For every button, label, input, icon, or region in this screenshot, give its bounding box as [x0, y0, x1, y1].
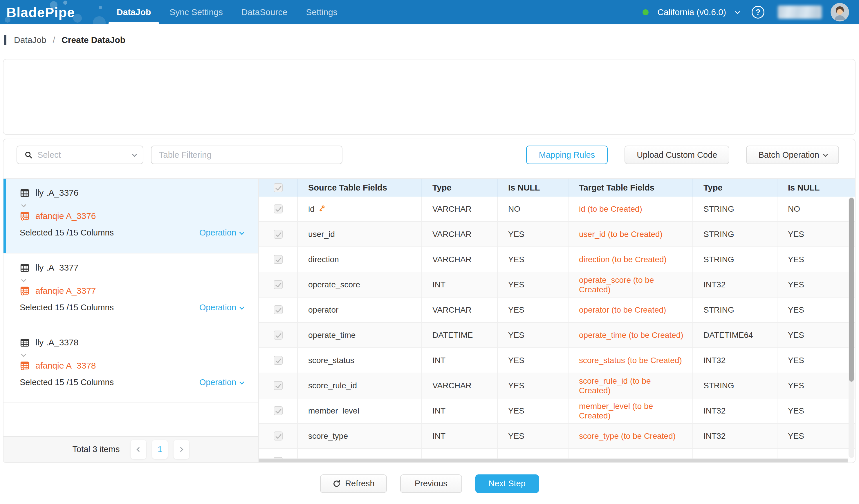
operation-dropdown[interactable]: Operation — [199, 228, 243, 237]
pagination-total: Total 3 items — [73, 444, 120, 454]
target-is-null — [778, 449, 848, 459]
source-field-name: score_status — [308, 356, 355, 365]
username-blurred — [778, 5, 822, 19]
select-all-checkbox[interactable] — [274, 183, 283, 192]
source-field-name: user_id — [308, 230, 335, 239]
operation-dropdown[interactable]: Operation — [199, 303, 243, 312]
chevron-down-icon[interactable] — [735, 9, 740, 14]
breadcrumb-datajob[interactable]: DataJob — [14, 35, 46, 45]
main-menu: DataJobSync SettingsDataSourceSettings — [107, 0, 347, 25]
pagination-page-1[interactable]: 1 — [152, 440, 168, 459]
target-field-name: operate_score (to be Created) — [569, 272, 693, 297]
batch-operation-button[interactable]: Batch Operation — [746, 145, 839, 164]
target-field-name: score_type (to be Created) — [569, 424, 693, 448]
target-table-name: afanqie A_3378 — [35, 361, 96, 371]
target-field-name: operator (to be Created) — [569, 298, 693, 322]
source-table-row: lly .A_3377 — [20, 263, 243, 272]
source-field-name: direction — [308, 255, 339, 264]
pagination-prev-button[interactable] — [131, 440, 146, 459]
row-checkbox[interactable] — [274, 280, 283, 289]
mapping-rules-button[interactable]: Mapping Rules — [526, 145, 608, 164]
row-checkbox[interactable] — [274, 230, 283, 239]
source-field-name: score_rule_id — [308, 381, 357, 390]
source-field-type: VARCHAR — [422, 298, 498, 322]
row-checkbox[interactable] — [274, 356, 283, 365]
horizontal-scrollbar[interactable] — [259, 458, 848, 462]
nav-item-datajob[interactable]: DataJob — [107, 0, 160, 25]
target-field-type: STRING — [693, 298, 778, 322]
target-field-type: INT32 — [693, 424, 778, 448]
row-checkbox[interactable] — [274, 381, 283, 390]
table-row: operate_score INT YES operate_score (to … — [259, 272, 855, 298]
target-field-type: DATETIME64 — [693, 323, 778, 347]
env-label[interactable]: California (v0.6.0) — [657, 7, 726, 17]
nav-item-settings[interactable]: Settings — [297, 0, 347, 25]
target-field-type — [693, 449, 778, 459]
table-select-dropdown[interactable]: Select — [17, 145, 144, 164]
table-filtering-input[interactable] — [151, 145, 343, 164]
previous-button[interactable]: Previous — [400, 474, 462, 493]
vertical-scrollbar-thumb[interactable] — [849, 198, 854, 382]
row-checkbox[interactable] — [274, 406, 283, 415]
chevron-down-icon — [823, 152, 828, 157]
column-header-is-null: Is NULL — [778, 179, 848, 196]
table-add-icon — [20, 361, 30, 371]
avatar-illustration — [831, 3, 849, 21]
source-is-null — [498, 449, 569, 459]
target-field-name — [569, 449, 693, 459]
row-checkbox[interactable] — [274, 431, 283, 441]
target-is-null: YES — [778, 424, 848, 448]
source-is-null: YES — [498, 323, 569, 347]
top-navbar: BladePipe DataJobSync SettingsDataSource… — [0, 0, 859, 25]
bladepipe-app: BladePipe DataJobSync SettingsDataSource… — [0, 0, 859, 504]
target-table-name: afanqie A_3377 — [35, 286, 96, 296]
horizontal-scrollbar-thumb[interactable] — [259, 459, 848, 462]
row-checkbox[interactable] — [274, 204, 283, 214]
breadcrumb-separator: / — [53, 35, 55, 45]
table-list-item[interactable]: lly .A_3378 afanqie A_3378 Selected 15 /… — [3, 328, 258, 403]
row-checkbox[interactable] — [274, 331, 283, 340]
target-is-null: YES — [778, 323, 848, 347]
pagination-next-button[interactable] — [174, 440, 189, 459]
next-step-button[interactable]: Next Step — [476, 474, 539, 493]
refresh-button[interactable]: Refresh — [320, 474, 387, 493]
vertical-scrollbar[interactable] — [848, 197, 854, 458]
upload-custom-code-button[interactable]: Upload Custom Code — [624, 145, 729, 164]
source-is-null: NO — [498, 196, 569, 221]
source-field-type: INT — [422, 424, 498, 448]
table-list-item[interactable]: lly .A_3377 afanqie A_3377 Selected 15 /… — [3, 253, 258, 328]
avatar[interactable] — [831, 3, 849, 21]
target-field-type: INT32 — [693, 272, 778, 297]
column-header-target-table-fields: Target Table Fields — [569, 179, 693, 196]
target-field-name: operate_time (to be Created) — [569, 323, 693, 347]
nav-item-datasource[interactable]: DataSource — [232, 0, 297, 25]
chevron-left-icon — [137, 447, 141, 452]
table-list-item[interactable]: lly .A_3376 afanqie A_3376 Selected 15 /… — [3, 179, 258, 253]
sidebar-pagination: Total 3 items 1 — [3, 436, 258, 462]
help-icon[interactable]: ? — [752, 6, 764, 18]
table-icon — [20, 337, 30, 347]
row-checkbox[interactable] — [274, 255, 283, 264]
source-field-name: operate_score — [308, 280, 360, 289]
selected-columns-text: Selected 15 /15 Columns — [20, 228, 114, 237]
select-placeholder: Select — [37, 150, 128, 160]
table-header-row: Source Table FieldsTypeIs NULLTarget Tab… — [259, 179, 855, 196]
nav-item-sync-settings[interactable]: Sync Settings — [160, 0, 232, 25]
row-checkbox[interactable] — [274, 305, 283, 314]
table-row: id VARCHAR NO id (to be Created) STRING … — [259, 196, 855, 222]
target-is-null: YES — [778, 373, 848, 398]
target-is-null: YES — [778, 398, 848, 423]
target-field-type: INT32 — [693, 398, 778, 423]
source-field-type: VARCHAR — [422, 222, 498, 247]
chevron-down-icon — [21, 277, 26, 282]
table-row: direction VARCHAR YES direction (to be C… — [259, 247, 855, 272]
stepper: ✓DataSource✓Properties✓Tables4Data Proce… — [3, 60, 855, 134]
target-is-null: YES — [778, 247, 848, 272]
operation-label: Operation — [199, 378, 236, 387]
table-add-icon — [20, 286, 30, 296]
operation-dropdown[interactable]: Operation — [199, 378, 243, 387]
page-title: Create DataJob — [61, 35, 125, 45]
navbar-right: California (v0.6.0) ? — [643, 0, 849, 25]
column-header-type: Type — [693, 179, 778, 196]
chevron-down-icon — [21, 352, 26, 357]
